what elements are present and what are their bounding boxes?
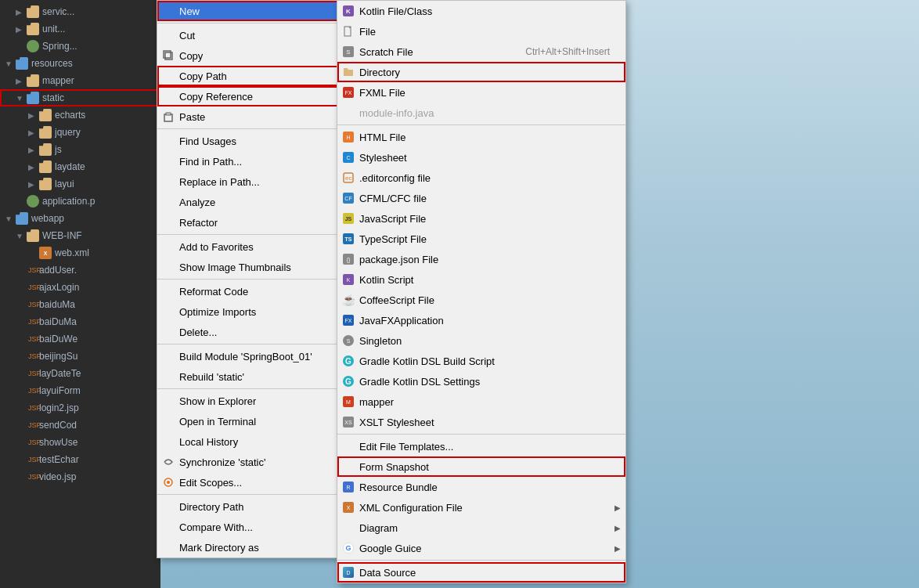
folder-icon bbox=[39, 178, 52, 190]
folder-icon bbox=[39, 109, 52, 121]
directory-icon bbox=[342, 66, 355, 78]
tree-arrow: JSP bbox=[28, 387, 39, 395]
tree-item-adduser[interactable]: JSP addUser. bbox=[0, 262, 160, 279]
tree-label: layDateTe bbox=[39, 368, 81, 379]
menu-label: Copy Reference bbox=[179, 91, 253, 103]
js-icon: JS bbox=[342, 212, 355, 225]
smenu-javafx[interactable]: FX JavaFXApplication bbox=[337, 310, 625, 330]
tree-item-jquery[interactable]: ▶ jquery bbox=[0, 124, 160, 141]
tree-item-webxml[interactable]: X web.xml bbox=[0, 244, 160, 262]
tree-item-sendcod[interactable]: JSP sendCod bbox=[0, 417, 160, 434]
smenu-resource-bundle[interactable]: R Resource Bundle bbox=[337, 477, 625, 497]
tree-item-showuse[interactable]: JSP showUse bbox=[0, 434, 160, 451]
smenu-singleton[interactable]: S Singleton bbox=[337, 330, 625, 351]
tree-item-baiduma1[interactable]: JSP baiduMa bbox=[0, 296, 160, 313]
smenu-scratch-file[interactable]: S Scratch File Ctrl+Alt+Shift+Insert bbox=[337, 41, 625, 62]
smenu-kotlin-script[interactable]: K Kotlin Script bbox=[337, 269, 625, 290]
tree-item-layuiform[interactable]: JSP layuiForm bbox=[0, 382, 160, 399]
tree-item-testechar[interactable]: JSP testEchar bbox=[0, 451, 160, 468]
tree-label: application.p bbox=[42, 196, 95, 207]
file-icon bbox=[342, 25, 355, 38]
tree-label: ajaxLogin bbox=[39, 282, 79, 293]
tree-label: js bbox=[55, 144, 62, 155]
smenu-xml-config[interactable]: X XML Configuration File ▶ bbox=[337, 497, 625, 518]
smenu-label: Kotlin Script bbox=[359, 274, 413, 286]
smenu-data-source[interactable]: D Data Source bbox=[337, 562, 625, 583]
tree-label: baiduMa bbox=[39, 299, 75, 310]
tree-item-login2[interactable]: JSP login2.jsp bbox=[0, 399, 160, 417]
tree-arrow: ▼ bbox=[5, 60, 16, 68]
tree-arrow: JSP bbox=[28, 318, 39, 326]
smenu-xslt[interactable]: XS XSLT Stylesheet bbox=[337, 412, 625, 432]
smenu-mapper[interactable]: M mapper bbox=[337, 391, 625, 412]
tree-item-resources[interactable]: ▼ resources bbox=[0, 55, 160, 72]
menu-label: Analyze bbox=[179, 197, 215, 208]
tree-item-video[interactable]: JSP video.jsp bbox=[0, 468, 160, 485]
tree-item-baiduma2[interactable]: JSP baiDuMa bbox=[0, 313, 160, 330]
tree-label: echarts bbox=[55, 110, 85, 121]
scopes-icon bbox=[162, 476, 175, 489]
smenu-javascript[interactable]: JS JavaScript File bbox=[337, 208, 625, 229]
gradle-s-icon: G bbox=[342, 375, 355, 388]
smenu-directory[interactable]: Directory bbox=[337, 62, 625, 82]
menu-label: Replace in Path... bbox=[179, 176, 260, 188]
tree-item-echarts[interactable]: ▶ echarts bbox=[0, 106, 160, 124]
tree-label: resources bbox=[31, 58, 73, 69]
tree-label: baiDuWe bbox=[39, 334, 77, 345]
tree-item-unit[interactable]: ▶ unit... bbox=[0, 20, 160, 38]
tree-item-webapp[interactable]: ▼ webapp bbox=[0, 210, 160, 227]
tree-item-laydatete[interactable]: JSP layDateTe bbox=[0, 365, 160, 382]
smenu-label: Scratch File bbox=[359, 46, 413, 58]
paste-icon bbox=[162, 110, 175, 123]
tree-arrow: ▶ bbox=[28, 163, 39, 171]
smenu-edit-templates[interactable]: Edit File Templates... bbox=[337, 436, 625, 456]
smenu-cfml[interactable]: CF CFML/CFC file bbox=[337, 188, 625, 208]
tree-item-laydate[interactable]: ▶ laydate bbox=[0, 158, 160, 175]
tree-item-mapper[interactable]: ▶ mapper bbox=[0, 72, 160, 89]
tree-item-webinf[interactable]: ▼ WEB-INF bbox=[0, 227, 160, 244]
sync-icon bbox=[162, 456, 175, 468]
smenu-gradle-kotlin-dsl[interactable]: G Gradle Kotlin DSL Build Script bbox=[337, 351, 625, 371]
tree-item-ajaxlogin[interactable]: JSP ajaxLogin bbox=[0, 279, 160, 296]
google-icon: G bbox=[342, 542, 355, 554]
smenu-module-info[interactable]: module-info.java bbox=[337, 103, 625, 123]
tree-item-servic[interactable]: ▶ servic... bbox=[0, 3, 160, 20]
smenu-editorconfig[interactable]: ec .editorconfig file bbox=[337, 168, 625, 188]
tree-arrow: ▶ bbox=[28, 128, 39, 137]
smenu-label: Form Snapshot bbox=[359, 461, 429, 473]
tree-label: beijingSu bbox=[39, 351, 77, 362]
tree-item-static[interactable]: ▼ static bbox=[0, 89, 160, 106]
smenu-diagram[interactable]: Diagram ▶ bbox=[337, 518, 625, 538]
smenu-gradle-kotlin-settings[interactable]: G Gradle Kotlin DSL Settings bbox=[337, 371, 625, 391]
menu-label: Find Usages bbox=[179, 135, 236, 147]
smenu-label: Google Guice bbox=[359, 543, 422, 554]
tree-arrow: JSP bbox=[28, 352, 39, 360]
scratch-icon: S bbox=[342, 45, 355, 58]
tree-label: video.jsp bbox=[39, 471, 76, 482]
smenu-google-guice[interactable]: G Google Guice ▶ bbox=[337, 538, 625, 558]
json-icon: {} bbox=[342, 253, 355, 265]
smenu-fxml[interactable]: FX FXML File bbox=[337, 82, 625, 103]
smenu-stylesheet[interactable]: C Stylesheet bbox=[337, 147, 625, 168]
smenu-typescript[interactable]: TS TypeScript File bbox=[337, 229, 625, 249]
tree-item-application[interactable]: application.p bbox=[0, 193, 160, 210]
smenu-file[interactable]: File bbox=[337, 21, 625, 41]
tree-label: servic... bbox=[42, 6, 74, 17]
tree-item-js[interactable]: ▶ js bbox=[0, 141, 160, 158]
tree-item-spring[interactable]: Spring... bbox=[0, 38, 160, 55]
smenu-package-json[interactable]: {} package.json File bbox=[337, 249, 625, 269]
tree-arrow: ▶ bbox=[28, 146, 39, 154]
tree-label: mapper bbox=[42, 75, 74, 86]
smenu-form-snapshot[interactable]: Form Snapshot bbox=[337, 456, 625, 477]
smenu-html[interactable]: H HTML File bbox=[337, 127, 625, 147]
tree-arrow: ▶ bbox=[16, 77, 27, 85]
smenu-label: Data Source bbox=[359, 567, 416, 579]
tree-item-beijingsu[interactable]: JSP beijingSu bbox=[0, 348, 160, 365]
kotlin2-icon: K bbox=[342, 273, 355, 286]
tree-arrow: JSP bbox=[28, 370, 39, 377]
smenu-kotlin-file[interactable]: K Kotlin File/Class bbox=[337, 1, 625, 21]
tree-arrow: ▶ bbox=[16, 25, 27, 34]
smenu-coffeescript[interactable]: ☕ CoffeeScript File bbox=[337, 290, 625, 310]
tree-item-baiduwe[interactable]: JSP baiDuWe bbox=[0, 330, 160, 348]
tree-item-layui[interactable]: ▶ layui bbox=[0, 175, 160, 193]
